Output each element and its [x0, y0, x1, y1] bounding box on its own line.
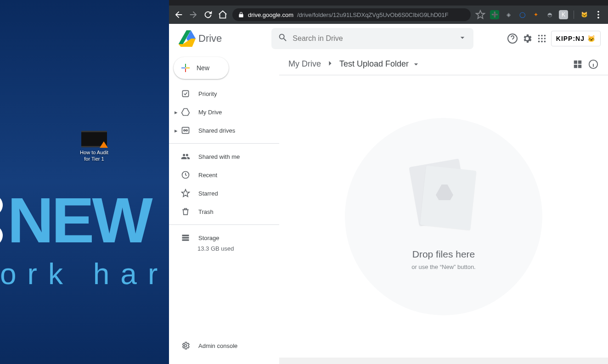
sidebar-item-label: Admin console: [198, 342, 237, 349]
extension-separator: [574, 11, 574, 19]
mydrive-icon: [181, 107, 190, 117]
url-domain: drive.google.com: [248, 11, 293, 18]
breadcrumb-label: Test Upload Folder: [339, 59, 409, 69]
desktop-file-video[interactable]: How to Auditfor Tier 1: [78, 131, 110, 162]
sidebar-item-label: Recent: [198, 172, 217, 179]
sidebar-item-shareddrives[interactable]: ▸ Shared drives: [169, 121, 279, 140]
org-brand-label: KIPP:NJ: [556, 35, 585, 42]
home-button[interactable]: [218, 10, 228, 20]
sidebar-item-label: Shared drives: [198, 127, 235, 134]
address-bar[interactable]: drive.google.com/drive/folders/12u91LSDX…: [232, 8, 471, 21]
breadcrumb-label: My Drive: [288, 59, 321, 69]
svg-rect-24: [578, 60, 581, 63]
svg-rect-14: [182, 90, 188, 96]
search-input[interactable]: [293, 34, 453, 43]
extension-1-icon[interactable]: ➕: [490, 10, 499, 19]
search-bar[interactable]: [271, 28, 473, 49]
chevron-right-icon: [326, 59, 335, 70]
sidebar-item-label: Trash: [198, 208, 214, 215]
svg-point-5: [538, 35, 540, 37]
admin-gear-icon: [181, 341, 190, 350]
sidebar-item-starred[interactable]: Starred: [169, 184, 279, 202]
browser-menu-icon[interactable]: [593, 10, 603, 20]
svg-point-13: [544, 41, 546, 43]
extension-6-icon[interactable]: K: [559, 10, 568, 19]
apps-grid-icon[interactable]: [536, 33, 547, 44]
expand-chevron-icon[interactable]: ▸: [174, 109, 178, 116]
svg-point-16: [184, 129, 185, 131]
sidebar-item-label: Priority: [198, 90, 217, 97]
svg-point-12: [541, 41, 543, 43]
svg-point-2: [597, 17, 599, 19]
svg-rect-19: [182, 235, 189, 236]
shareddrives-icon: [181, 126, 190, 135]
svg-marker-28: [436, 185, 453, 200]
svg-point-7: [544, 35, 546, 37]
sidebar-item-priority[interactable]: Priority: [169, 84, 279, 103]
trash-icon: [181, 207, 190, 216]
extension-3-icon[interactable]: ◯: [518, 10, 527, 19]
svg-rect-23: [574, 60, 577, 63]
desktop-file-label: How to Auditfor Tier 1: [78, 149, 110, 162]
bookmark-star-icon[interactable]: [475, 10, 485, 20]
svg-point-10: [544, 38, 546, 39]
priority-icon: [181, 89, 190, 98]
extension-2-icon[interactable]: ◈: [504, 10, 513, 19]
svg-rect-20: [182, 237, 189, 238]
empty-state[interactable]: Drop files here or use the “New” button.: [279, 75, 608, 358]
new-button-label: New: [197, 64, 209, 72]
tab-strip: [169, 0, 608, 6]
org-avatar-icon: 🐱: [587, 35, 596, 42]
drive-product-name[interactable]: Drive: [198, 33, 222, 45]
expand-chevron-icon[interactable]: ▸: [174, 127, 178, 134]
people-icon: [181, 152, 190, 161]
sidebar-item-admin[interactable]: Admin console: [169, 336, 279, 355]
main-content: My Drive Test Upload Folder: [279, 53, 608, 364]
support-icon[interactable]: [507, 33, 518, 44]
browser-toolbar: drive.google.com/drive/folders/12u91LSDX…: [169, 6, 608, 24]
sidebar-separator: [169, 224, 279, 225]
star-icon: [181, 189, 190, 198]
forward-button[interactable]: [188, 10, 198, 20]
profile-icon[interactable]: 🐱: [580, 10, 589, 19]
empty-title: Drop files here: [412, 249, 475, 260]
sidebar-item-sharedwithme[interactable]: Shared with me: [169, 147, 279, 166]
sidebar-item-label: Storage: [198, 235, 220, 241]
org-brand-chip[interactable]: KIPP:NJ 🐱: [551, 31, 601, 46]
sidebar-item-storage[interactable]: Storage: [169, 229, 279, 247]
drive-header: Drive KIPP:NJ 🐱: [169, 24, 608, 53]
storage-icon: [181, 233, 190, 242]
sidebar-item-label: My Drive: [198, 109, 222, 116]
extension-4-icon[interactable]: ✦: [531, 10, 540, 19]
horizontal-scrollbar[interactable]: [279, 358, 608, 364]
empty-drop-zone: Drop files here or use the “New” button.: [345, 118, 542, 315]
view-grid-icon[interactable]: [572, 59, 583, 70]
svg-point-22: [185, 345, 187, 347]
plus-icon: [180, 62, 191, 73]
sidebar-item-mydrive[interactable]: ▸ My Drive: [169, 103, 279, 121]
sidebar: New Priority ▸ My Drive ▸ Shared drives: [169, 53, 279, 364]
url-path: /drive/folders/12u91LSDXqZVg5UvOb6S0CIbi…: [297, 11, 449, 18]
wallpaper-subtext: ork har: [0, 257, 169, 291]
breadcrumb-current[interactable]: Test Upload Folder: [339, 59, 421, 69]
back-button[interactable]: [174, 10, 184, 20]
storage-used-text: 13.3 GB used: [169, 245, 279, 252]
sidebar-item-recent[interactable]: Recent: [169, 166, 279, 184]
svg-point-1: [597, 14, 599, 16]
svg-point-8: [538, 38, 540, 39]
search-options-icon[interactable]: [458, 33, 467, 44]
search-icon: [278, 33, 288, 45]
settings-gear-icon[interactable]: [522, 33, 533, 44]
empty-illustration-icon: [409, 162, 478, 231]
drive-logo-icon[interactable]: [176, 29, 197, 48]
sidebar-item-label: Starred: [198, 190, 218, 197]
extension-5-icon[interactable]: ◓: [545, 10, 554, 19]
svg-point-6: [541, 35, 543, 37]
reload-button[interactable]: [203, 10, 213, 20]
breadcrumb-root[interactable]: My Drive: [288, 59, 321, 69]
sidebar-separator: [169, 143, 279, 144]
new-button[interactable]: New: [174, 57, 229, 79]
sidebar-item-trash[interactable]: Trash: [169, 202, 279, 221]
details-info-icon[interactable]: [588, 59, 599, 70]
empty-subtitle: or use the “New” button.: [411, 263, 475, 270]
